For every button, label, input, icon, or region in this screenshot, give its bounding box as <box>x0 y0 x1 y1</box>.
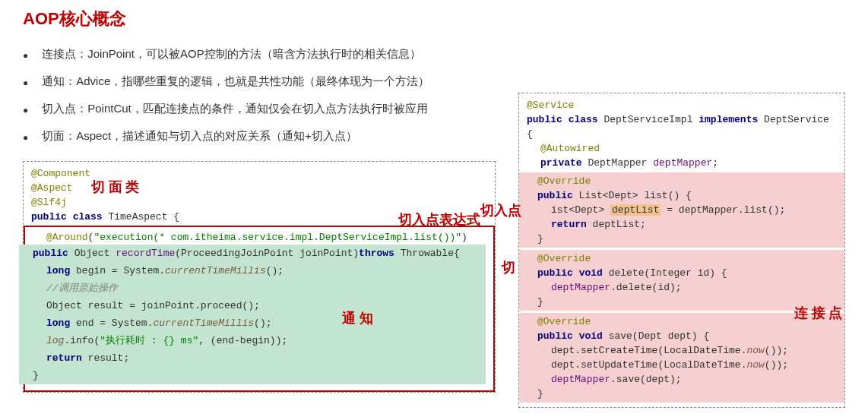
annotation-aspect: @Aspect <box>31 182 73 194</box>
code-line: return result; <box>19 349 486 367</box>
method-block: @Override public void delete(Integer id)… <box>519 250 844 311</box>
class-sig: public class TimeAspect { <box>31 210 487 224</box>
bullet-item: 通知：Advice，指哪些重复的逻辑，也就是共性功能（最终体现为一个方法） <box>23 74 845 91</box>
code-line: } <box>19 367 486 384</box>
aspect-border: @Around("execution(* com.itheima.service… <box>24 226 495 392</box>
code-comment: //调用原始操作 <box>19 279 486 297</box>
right-column: @Service public class DeptServiceImpl im… <box>518 93 845 408</box>
left-code-box: @Component @Aspect @Slf4j public class T… <box>23 161 496 393</box>
field: private DeptMapper deptMapper; <box>527 156 837 170</box>
columns: @Component @Aspect @Slf4j public class T… <box>23 161 845 408</box>
code-line: long end = System.currentTimeMillis(); <box>19 314 486 332</box>
method-sig: public Object recordTime(ProceedingJoinP… <box>19 245 486 262</box>
page-title: AOP核心概念 <box>23 8 845 30</box>
annotation-component: @Component <box>31 168 90 179</box>
class-sig: public class DeptServiceImpl implements … <box>527 112 837 141</box>
code-line: long begin = System.currentTimeMillis(); <box>19 262 486 279</box>
annotation-slf4j: @Slf4j <box>31 197 67 208</box>
method-block: @Override public List<Dept> list() { ist… <box>519 172 844 248</box>
bullet-item: 连接点：JoinPoint，可以被AOP控制的方法（暗含方法执行时的相关信息） <box>23 47 845 64</box>
around-line: @Around("execution(* com.itheima.service… <box>33 230 486 245</box>
annotation-service: @Service <box>527 99 574 111</box>
method-block: @Override public void save(Dept dept) { … <box>519 313 844 403</box>
right-code-box: @Service public class DeptServiceImpl im… <box>518 93 845 408</box>
code-line: Object result = joinPoint.proceed(); <box>19 297 486 314</box>
code-line: log.info("执行耗时 : {} ms", (end-begin)); <box>19 332 486 349</box>
left-column: @Component @Aspect @Slf4j public class T… <box>23 161 496 393</box>
